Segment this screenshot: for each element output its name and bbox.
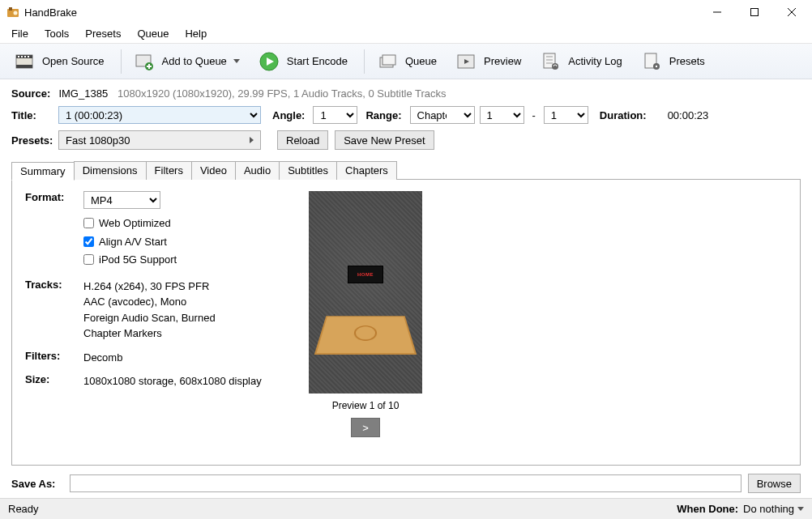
tab-dimensions[interactable]: Dimensions [74, 161, 147, 180]
svg-point-2 [14, 11, 18, 15]
tab-summary[interactable]: Summary [11, 162, 75, 181]
tab-audio[interactable]: Audio [235, 161, 280, 180]
menu-file[interactable]: File [3, 26, 36, 41]
activity-log-button[interactable]: Activity Log [532, 49, 630, 74]
menu-help[interactable]: Help [177, 26, 215, 41]
svg-rect-9 [16, 65, 32, 68]
presets-icon [642, 52, 661, 71]
menu-queue[interactable]: Queue [129, 26, 177, 41]
range-mode-select[interactable]: Chapters [410, 106, 475, 124]
range-label: Range: [365, 109, 401, 121]
toolbar: Open Source Add to Queue Start Encode Qu… [0, 44, 812, 79]
svg-rect-1 [9, 7, 12, 11]
ipod-checkbox[interactable] [83, 254, 94, 265]
preview-image: HOME [309, 191, 422, 394]
minimize-button[interactable] [699, 0, 736, 24]
status-text: Ready [8, 503, 39, 515]
source-meta: 1080x1920 (1080x1920), 29.99 FPS, 1 Audi… [118, 87, 446, 100]
svg-line-5 [788, 8, 796, 16]
preview-label: Preview [484, 55, 521, 67]
source-row: Source: IMG_1385 1080x1920 (1080x1920), … [11, 87, 801, 100]
presets-button[interactable]: Presets [634, 49, 713, 74]
toolbar-separator [121, 49, 122, 74]
reload-button[interactable]: Reload [277, 130, 328, 150]
chevron-right-icon [250, 137, 254, 143]
size-label: Size: [25, 373, 83, 389]
svg-rect-4 [751, 9, 759, 16]
open-source-label: Open Source [42, 55, 105, 67]
preview-counter: Preview 1 of 10 [332, 400, 400, 411]
align-av-label: Align A/V Start [99, 234, 167, 250]
svg-rect-21 [382, 55, 395, 65]
web-optimized-label: Web Optimized [99, 215, 171, 232]
presets-label: Presets: [11, 134, 50, 147]
tracks-value: H.264 (x264), 30 FPS PFR AAC (avcodec), … [83, 279, 301, 342]
tracks-label: Tracks: [25, 279, 83, 342]
add-queue-icon [135, 52, 154, 71]
title-label: Title: [11, 109, 50, 121]
source-label: Source: [11, 87, 50, 100]
when-done-label: When Done: [677, 503, 738, 515]
tab-subtitles[interactable]: Subtitles [279, 161, 337, 180]
tab-chapters[interactable]: Chapters [336, 161, 397, 180]
title-select[interactable]: 1 (00:00:23) [58, 106, 261, 124]
queue-button[interactable]: Queue [370, 49, 445, 74]
menu-bar: File Tools Presets Queue Help [0, 24, 812, 44]
browse-button[interactable]: Browse [748, 474, 801, 493]
filters-label: Filters: [25, 350, 83, 366]
title-row: Title: 1 (00:00:23) Angle: 1 Range: Chap… [11, 106, 801, 124]
summary-panel: Format: MP4 Web Optimized Align A/V Star… [11, 179, 801, 466]
status-bar: Ready When Done: Do nothing [0, 498, 812, 519]
align-av-checkbox[interactable] [83, 236, 94, 247]
preview-button[interactable]: Preview [448, 49, 529, 74]
add-to-queue-label: Add to Queue [162, 55, 227, 67]
menu-presets[interactable]: Presets [77, 26, 129, 41]
preview-next-button[interactable]: > [351, 418, 380, 437]
preset-selected: Fast 1080p30 [66, 134, 130, 147]
chevron-down-icon [233, 59, 240, 63]
window-title: HandBrake [24, 6, 77, 19]
range-end-select[interactable]: 1 [544, 106, 588, 124]
queue-label: Queue [405, 55, 437, 67]
range-start-select[interactable]: 1 [480, 106, 524, 124]
svg-point-31 [656, 65, 657, 66]
activity-log-label: Activity Log [568, 55, 622, 67]
add-to-queue-button[interactable]: Add to Queue [126, 49, 248, 74]
toolbar-separator [364, 49, 365, 74]
app-icon [6, 6, 19, 19]
tab-filters[interactable]: Filters [146, 161, 192, 180]
open-source-button[interactable]: Open Source [6, 49, 113, 74]
svg-rect-13 [28, 56, 29, 57]
range-separator: - [524, 109, 544, 121]
title-bar: HandBrake [0, 0, 812, 24]
save-new-preset-button[interactable]: Save New Preset [335, 130, 434, 150]
svg-rect-12 [24, 56, 26, 57]
start-encode-button[interactable]: Start Encode [251, 49, 356, 74]
close-button[interactable] [773, 0, 810, 24]
svg-line-6 [788, 8, 796, 16]
web-optimized-checkbox[interactable] [83, 218, 94, 228]
tab-strip: Summary Dimensions Filters Video Audio S… [11, 161, 801, 180]
start-encode-label: Start Encode [287, 55, 348, 67]
size-value: 1080x1080 storage, 608x1080 display [83, 373, 301, 389]
chevron-down-icon [797, 507, 804, 511]
format-select[interactable]: MP4 [83, 191, 160, 209]
content-area: Source: IMG_1385 1080x1920 (1080x1920), … [0, 79, 812, 498]
svg-rect-10 [18, 56, 19, 57]
presets-toolbar-label: Presets [669, 55, 705, 67]
source-name: IMG_1385 [58, 87, 108, 100]
tab-video[interactable]: Video [191, 161, 236, 180]
save-as-row: Save As: Browse [11, 474, 801, 493]
angle-select[interactable]: 1 [313, 106, 357, 124]
film-icon [15, 52, 34, 71]
maximize-button[interactable] [736, 0, 773, 24]
menu-tools[interactable]: Tools [36, 26, 77, 41]
angle-label: Angle: [272, 109, 305, 121]
preview-icon [456, 52, 476, 71]
filters-value: Decomb [83, 350, 301, 366]
svg-point-28 [552, 63, 558, 70]
save-as-input[interactable] [70, 474, 741, 492]
preset-select[interactable]: Fast 1080p30 [58, 130, 261, 150]
duration-value: 00:00:23 [668, 109, 709, 121]
when-done-select[interactable]: Do nothing [743, 503, 804, 515]
